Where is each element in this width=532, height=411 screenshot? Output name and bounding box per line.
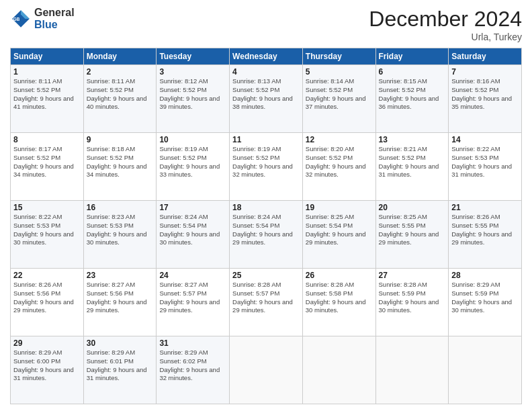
day-info: Sunrise: 8:24 AMSunset: 5:54 PMDaylight:… bbox=[159, 213, 220, 246]
day-number: 21 bbox=[451, 203, 519, 212]
day-number: 19 bbox=[306, 203, 373, 212]
table-row: 4 Sunrise: 8:13 AMSunset: 5:52 PMDayligh… bbox=[230, 65, 303, 133]
table-row bbox=[230, 336, 303, 404]
day-number: 29 bbox=[13, 338, 81, 348]
day-number: 2 bbox=[87, 67, 154, 77]
logo-icon: GB bbox=[10, 8, 32, 30]
day-info: Sunrise: 8:19 AMSunset: 5:52 PMDaylight:… bbox=[232, 145, 293, 178]
table-row: 22 Sunrise: 8:26 AMSunset: 5:56 PMDaylig… bbox=[11, 269, 84, 336]
table-row: 27 Sunrise: 8:28 AMSunset: 5:59 PMDaylig… bbox=[375, 269, 449, 336]
calendar-table: Sunday Monday Tuesday Wednesday Thursday… bbox=[10, 48, 522, 404]
col-thursday: Thursday bbox=[302, 48, 375, 65]
col-friday: Friday bbox=[375, 48, 449, 65]
table-row: 28 Sunrise: 8:29 AMSunset: 5:59 PMDaylig… bbox=[449, 269, 522, 336]
table-row: 15 Sunrise: 8:22 AMSunset: 5:53 PMDaylig… bbox=[11, 201, 84, 269]
day-number: 4 bbox=[232, 67, 300, 77]
day-info: Sunrise: 8:19 AMSunset: 5:52 PMDaylight:… bbox=[159, 145, 220, 178]
table-row: 20 Sunrise: 8:25 AMSunset: 5:55 PMDaylig… bbox=[375, 201, 449, 269]
day-info: Sunrise: 8:20 AMSunset: 5:52 PMDaylight:… bbox=[306, 145, 366, 178]
day-number: 30 bbox=[87, 338, 154, 348]
day-info: Sunrise: 8:25 AMSunset: 5:54 PMDaylight:… bbox=[306, 213, 366, 246]
title-block: December 2024 Urla, Turkey bbox=[369, 7, 522, 42]
table-row: 16 Sunrise: 8:23 AMSunset: 5:53 PMDaylig… bbox=[83, 201, 157, 269]
day-number: 28 bbox=[451, 271, 519, 280]
day-info: Sunrise: 8:29 AMSunset: 6:01 PMDaylight:… bbox=[87, 349, 147, 381]
month-title: December 2024 bbox=[369, 7, 522, 32]
day-info: Sunrise: 8:22 AMSunset: 5:53 PMDaylight:… bbox=[13, 213, 74, 246]
table-row: 8 Sunrise: 8:17 AMSunset: 5:52 PMDayligh… bbox=[11, 133, 84, 201]
day-info: Sunrise: 8:27 AMSunset: 5:56 PMDaylight:… bbox=[87, 281, 147, 314]
day-info: Sunrise: 8:29 AMSunset: 6:02 PMDaylight:… bbox=[159, 349, 220, 381]
day-number: 18 bbox=[232, 203, 300, 212]
table-row: 2 Sunrise: 8:11 AMSunset: 5:52 PMDayligh… bbox=[83, 65, 157, 133]
day-info: Sunrise: 8:14 AMSunset: 5:52 PMDaylight:… bbox=[306, 77, 366, 110]
col-wednesday: Wednesday bbox=[230, 48, 303, 65]
table-row: 5 Sunrise: 8:14 AMSunset: 5:52 PMDayligh… bbox=[302, 65, 375, 133]
day-number: 11 bbox=[232, 135, 300, 144]
day-number: 13 bbox=[379, 135, 446, 144]
table-row: 1 Sunrise: 8:11 AMSunset: 5:52 PMDayligh… bbox=[11, 65, 84, 133]
day-info: Sunrise: 8:13 AMSunset: 5:52 PMDaylight:… bbox=[232, 77, 293, 110]
logo: GB General Blue bbox=[10, 7, 75, 30]
table-row: 17 Sunrise: 8:24 AMSunset: 5:54 PMDaylig… bbox=[157, 201, 230, 269]
table-row: 18 Sunrise: 8:24 AMSunset: 5:54 PMDaylig… bbox=[230, 201, 303, 269]
calendar-week-row: 22 Sunrise: 8:26 AMSunset: 5:56 PMDaylig… bbox=[11, 269, 522, 336]
col-monday: Monday bbox=[83, 48, 157, 65]
day-number: 1 bbox=[13, 67, 81, 77]
table-row: 9 Sunrise: 8:18 AMSunset: 5:52 PMDayligh… bbox=[83, 133, 157, 201]
day-number: 23 bbox=[87, 271, 154, 280]
table-row: 29 Sunrise: 8:29 AMSunset: 6:00 PMDaylig… bbox=[11, 336, 84, 404]
table-row: 23 Sunrise: 8:27 AMSunset: 5:56 PMDaylig… bbox=[83, 269, 157, 336]
table-row: 31 Sunrise: 8:29 AMSunset: 6:02 PMDaylig… bbox=[157, 336, 230, 404]
day-info: Sunrise: 8:28 AMSunset: 5:58 PMDaylight:… bbox=[306, 281, 366, 314]
day-number: 7 bbox=[451, 67, 519, 77]
day-number: 24 bbox=[159, 271, 226, 280]
day-info: Sunrise: 8:16 AMSunset: 5:52 PMDaylight:… bbox=[451, 77, 512, 110]
table-row: 30 Sunrise: 8:29 AMSunset: 6:01 PMDaylig… bbox=[83, 336, 157, 404]
day-info: Sunrise: 8:17 AMSunset: 5:52 PMDaylight:… bbox=[13, 145, 74, 178]
day-number: 27 bbox=[379, 271, 446, 280]
table-row: 24 Sunrise: 8:27 AMSunset: 5:57 PMDaylig… bbox=[157, 269, 230, 336]
day-info: Sunrise: 8:11 AMSunset: 5:52 PMDaylight:… bbox=[87, 77, 147, 110]
col-tuesday: Tuesday bbox=[157, 48, 230, 65]
day-info: Sunrise: 8:28 AMSunset: 5:59 PMDaylight:… bbox=[379, 281, 439, 314]
day-number: 20 bbox=[379, 203, 446, 212]
col-sunday: Sunday bbox=[11, 48, 84, 65]
table-row: 11 Sunrise: 8:19 AMSunset: 5:52 PMDaylig… bbox=[230, 133, 303, 201]
logo-general: General bbox=[34, 7, 75, 18]
day-number: 26 bbox=[306, 271, 373, 280]
day-number: 15 bbox=[13, 203, 81, 212]
day-info: Sunrise: 8:22 AMSunset: 5:53 PMDaylight:… bbox=[451, 145, 512, 178]
day-number: 5 bbox=[306, 67, 373, 77]
day-info: Sunrise: 8:28 AMSunset: 5:57 PMDaylight:… bbox=[232, 281, 293, 314]
table-row: 10 Sunrise: 8:19 AMSunset: 5:52 PMDaylig… bbox=[157, 133, 230, 201]
table-row: 25 Sunrise: 8:28 AMSunset: 5:57 PMDaylig… bbox=[230, 269, 303, 336]
calendar-week-row: 29 Sunrise: 8:29 AMSunset: 6:00 PMDaylig… bbox=[11, 336, 522, 404]
day-info: Sunrise: 8:25 AMSunset: 5:55 PMDaylight:… bbox=[379, 213, 439, 246]
table-row: 7 Sunrise: 8:16 AMSunset: 5:52 PMDayligh… bbox=[449, 65, 522, 133]
table-row: 12 Sunrise: 8:20 AMSunset: 5:52 PMDaylig… bbox=[302, 133, 375, 201]
location: Urla, Turkey bbox=[369, 32, 522, 42]
day-info: Sunrise: 8:21 AMSunset: 5:52 PMDaylight:… bbox=[379, 145, 439, 178]
day-info: Sunrise: 8:23 AMSunset: 5:53 PMDaylight:… bbox=[87, 213, 147, 246]
day-info: Sunrise: 8:27 AMSunset: 5:57 PMDaylight:… bbox=[159, 281, 220, 314]
day-number: 17 bbox=[159, 203, 226, 212]
day-info: Sunrise: 8:26 AMSunset: 5:56 PMDaylight:… bbox=[13, 281, 74, 314]
table-row bbox=[375, 336, 449, 404]
day-number: 16 bbox=[87, 203, 154, 212]
calendar-week-row: 8 Sunrise: 8:17 AMSunset: 5:52 PMDayligh… bbox=[11, 133, 522, 201]
calendar-week-row: 1 Sunrise: 8:11 AMSunset: 5:52 PMDayligh… bbox=[11, 65, 522, 133]
day-number: 22 bbox=[13, 271, 81, 280]
day-info: Sunrise: 8:11 AMSunset: 5:52 PMDaylight:… bbox=[13, 77, 74, 110]
table-row: 14 Sunrise: 8:22 AMSunset: 5:53 PMDaylig… bbox=[449, 133, 522, 201]
day-number: 10 bbox=[159, 135, 226, 144]
day-number: 12 bbox=[306, 135, 373, 144]
table-row bbox=[302, 336, 375, 404]
logo-text: General Blue bbox=[34, 7, 75, 30]
day-number: 31 bbox=[159, 338, 226, 348]
logo-blue: Blue bbox=[34, 19, 58, 30]
svg-text:GB: GB bbox=[13, 17, 20, 21]
table-row bbox=[449, 336, 522, 404]
day-number: 6 bbox=[379, 67, 446, 77]
table-row: 13 Sunrise: 8:21 AMSunset: 5:52 PMDaylig… bbox=[375, 133, 449, 201]
